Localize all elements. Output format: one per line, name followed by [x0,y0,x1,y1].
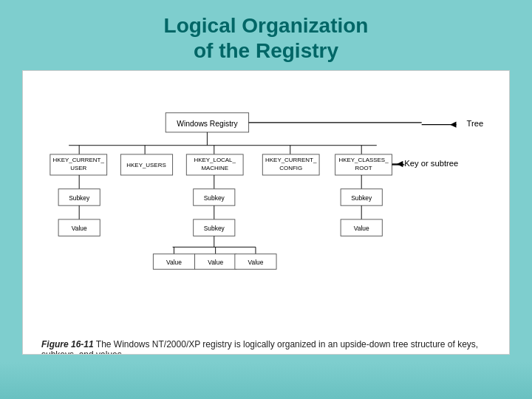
tree-diagram: Tree Key or subtree Windows Registry [38,82,494,336]
root-label: Windows Registry [177,120,238,128]
slide-header: Logical Organization of the Registry [0,0,532,70]
hkey-classes-root-label: HKEY_CLASSES_ [338,157,389,163]
value-mid2-label: Value [208,259,223,266]
value-left-label: Value [72,225,87,232]
bottom-strip [0,355,532,399]
slide-title: Logical Organization of the Registry [15,13,517,63]
hkey-local-machine-label: HKEY_LOCAL_ [194,157,236,163]
content-area: Tree Key or subtree Windows Registry [22,70,510,355]
hkey-users-label: HKEY_USERS [126,162,166,168]
title-line2: of the Registry [194,39,338,62]
key-label: Key or subtree [404,159,458,168]
svg-text:ROOT: ROOT [355,166,372,172]
svg-text:USER: USER [70,166,86,172]
value-mid1-label: Value [166,259,182,266]
tree-svg: Tree Key or subtree Windows Registry [38,82,494,333]
figure-caption: Figure 16-11 The Windows NT/2000/XP regi… [38,339,494,355]
svg-text:CONFIG: CONFIG [279,166,302,172]
caption-text: The Windows NT/2000/XP registry is logic… [41,339,478,355]
hkey-current-config-label: HKEY_CURRENT_ [265,157,317,163]
bottom-decoration [0,362,532,399]
value-right-label: Value [354,225,369,232]
subkey-right-label: Subkey [351,194,372,202]
title-line1: Logical Organization [164,14,369,37]
subkey-mid-label: Subkey [204,194,225,202]
value-mid3-label: Value [248,259,264,266]
figure-number: Figure 16-11 [41,339,94,349]
svg-text:MACHINE: MACHINE [201,166,228,172]
slide-container: Logical Organization of the Registry Tre… [0,0,532,399]
hkey-current-user-label: HKEY_CURRENT_ [53,157,105,163]
subkey-left-label: Subkey [69,194,90,202]
subkey-mid2-label: Subkey [204,225,225,232]
tree-label: Tree [467,120,484,129]
